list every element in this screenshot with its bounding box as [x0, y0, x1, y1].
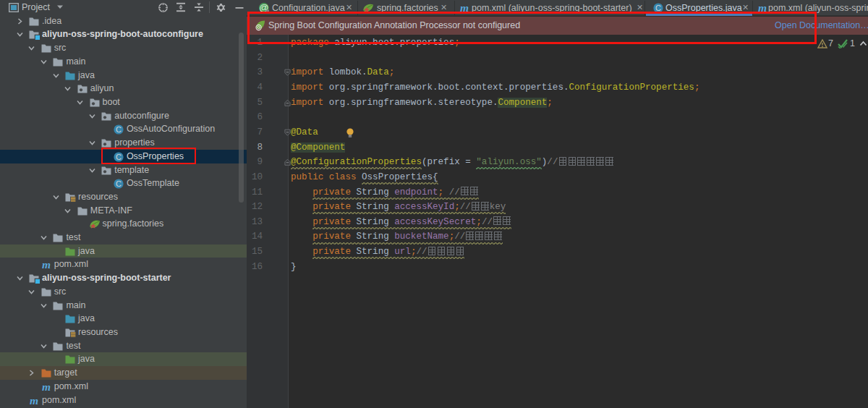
svg-text:C: C: [116, 179, 122, 188]
svg-text:m: m: [30, 395, 38, 407]
svg-text:m: m: [42, 259, 51, 271]
svg-text:m: m: [42, 381, 51, 393]
svg-text:C: C: [116, 125, 122, 134]
